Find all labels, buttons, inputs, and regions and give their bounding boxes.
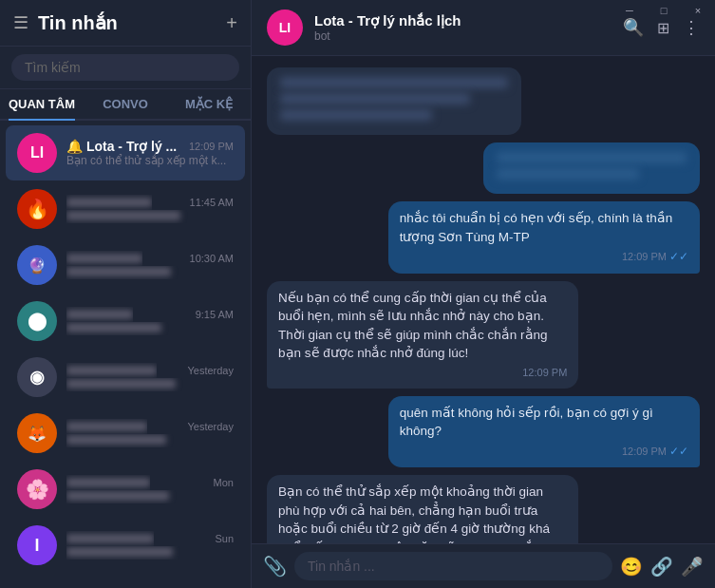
avatar-4: ⬤ (17, 301, 57, 341)
contact-name-5 (66, 363, 157, 378)
tab-convo[interactable]: CONVO (84, 89, 167, 119)
window-controls: ─ □ × (612, 0, 715, 21)
messages-area: nhắc tôi chuẩn bị có hẹn với sếp, chính … (252, 56, 715, 543)
hamburger-icon[interactable]: ☰ (13, 12, 28, 33)
contact-item-8[interactable]: I Sun (6, 518, 245, 573)
contact-name-8 (66, 531, 154, 546)
avatar-2: 🔥 (17, 189, 57, 229)
chat-input-bar: 📎 😊 🔗 🎤 (252, 543, 715, 588)
contact-name-3 (66, 251, 142, 266)
bubble-msg5: Bạn có thể thử sắp xếp một khoảng thời g… (267, 475, 578, 543)
attach-icon[interactable]: 📎 (263, 555, 287, 578)
close-button[interactable]: × (681, 0, 715, 21)
avatar-7: 🌸 (17, 469, 57, 509)
contact-time-8: Sun (215, 533, 234, 544)
bubble-time-msg3: 12:09 PM (278, 366, 567, 381)
message-row-msg4: quên mất không hỏi sếp rồi, bạn có gợi ý… (267, 396, 700, 468)
bubble-blurred (267, 67, 521, 135)
contact-item-lota[interactable]: LI 🔔 Lota - Trợ lý ... 12:09 PM Bạn có t… (6, 125, 245, 180)
bubble-time-msg2: 12:09 PM ✓✓ (400, 249, 688, 265)
contact-name-4 (66, 307, 133, 322)
contact-item-7[interactable]: 🌸 Mon (6, 462, 245, 517)
chat-header-name: Lota - Trợ lý nhắc lịch (314, 12, 612, 29)
contact-time-6: Yesterday (187, 421, 234, 432)
contact-preview-8 (66, 546, 234, 560)
sidebar: ☰ Tin nhắn + QUAN TÂM CONVO MẶC KỆ LI (0, 0, 252, 588)
contact-preview-5 (66, 378, 234, 391)
chat-area: LI Lota - Trợ lý nhắc lịch bot 🔍 ⊞ ⋮ (252, 0, 715, 588)
message-row-msg3: Nếu bạn có thể cung cấp thời gian cụ thể… (267, 281, 700, 389)
avatar-8: I (17, 525, 57, 565)
contact-info-4: 9:15 AM (66, 307, 234, 335)
new-message-button[interactable]: + (226, 12, 237, 34)
bubble-msg2: nhắc tôi chuẩn bị có hẹn với sếp, chính … (388, 201, 700, 274)
contact-info-7: Mon (66, 475, 234, 503)
message-row-msg5: Bạn có thể thử sắp xếp một khoảng thời g… (267, 475, 700, 543)
contact-info-8: Sun (66, 531, 234, 560)
bubble-time-msg4: 12:09 PM ✓✓ (400, 444, 688, 460)
search-input[interactable] (11, 54, 239, 81)
contact-preview-3 (66, 266, 234, 279)
contact-item-5[interactable]: ◉ Yesterday (6, 350, 245, 405)
mic-icon[interactable]: 🎤 (681, 556, 704, 578)
contact-name-2 (66, 195, 152, 210)
avatar-5: ◉ (17, 357, 57, 397)
chat-header-info: Lota - Trợ lý nhắc lịch bot (314, 12, 612, 43)
contact-time-7: Mon (214, 477, 234, 488)
emoji-icon[interactable]: 😊 (620, 556, 643, 578)
contact-preview-6 (66, 434, 234, 447)
sidebar-header: ☰ Tin nhắn + (0, 0, 251, 47)
contact-time-4: 9:15 AM (196, 309, 234, 320)
contact-info-2: 11:45 AM (66, 195, 234, 223)
minimize-button[interactable]: ─ (612, 0, 647, 21)
tab-quan-tam[interactable]: QUAN TÂM (0, 89, 84, 119)
contact-item-2[interactable]: 🔥 11:45 AM (6, 181, 245, 237)
message-row-blurred (267, 67, 700, 135)
chat-header-avatar: LI (267, 9, 303, 46)
avatar-3: 🔮 (17, 245, 57, 285)
contact-time-lota: 12:09 PM (189, 141, 234, 152)
contact-item-3[interactable]: 🔮 10:30 AM (6, 237, 245, 293)
contact-time-5: Yesterday (187, 365, 234, 376)
message-input[interactable] (294, 552, 612, 580)
link-icon[interactable]: 🔗 (650, 556, 673, 578)
contact-info-3: 10:30 AM (66, 251, 234, 279)
read-check-icon: ✓✓ (669, 249, 688, 265)
chat-header-bot: bot (314, 29, 612, 43)
contact-preview-lota: Bạn có thể thử sắp xếp một k... (66, 154, 234, 167)
contact-info-6: Yesterday (66, 419, 234, 447)
search-bar (0, 47, 251, 89)
contact-list: LI 🔔 Lota - Trợ lý ... 12:09 PM Bạn có t… (0, 121, 251, 588)
contact-info-lota: 🔔 Lota - Trợ lý ... 12:09 PM Bạn có thể … (66, 139, 234, 167)
maximize-button[interactable]: □ (647, 0, 681, 21)
contact-time-2: 11:45 AM (190, 197, 234, 208)
bubble-msg3: Nếu bạn có thể cung cấp thời gian cụ thể… (267, 281, 578, 389)
avatar-lota: LI (17, 133, 57, 173)
message-row-blurred-out (267, 142, 700, 194)
sidebar-title: Tin nhắn (38, 11, 216, 34)
read-check-icon-2: ✓✓ (669, 444, 688, 460)
contact-preview-4 (66, 322, 234, 335)
contact-item-6[interactable]: 🦊 Yesterday (6, 406, 245, 461)
contact-name-6 (66, 419, 147, 434)
panel-icon[interactable]: ⊞ (657, 19, 669, 37)
message-row-msg2: nhắc tôi chuẩn bị có hẹn với sếp, chính … (267, 201, 700, 274)
contact-preview-7 (66, 490, 234, 503)
bubble-msg4: quên mất không hỏi sếp rồi, bạn có gợi ý… (388, 396, 700, 468)
contact-name-7 (66, 475, 150, 490)
contact-preview-2 (66, 210, 234, 223)
avatar-6: 🦊 (17, 413, 57, 453)
app-container: ☰ Tin nhắn + QUAN TÂM CONVO MẶC KỆ LI (0, 0, 715, 588)
contact-time-3: 10:30 AM (190, 253, 234, 264)
contact-info-5: Yesterday (66, 363, 234, 391)
contact-name-lota: 🔔 Lota - Trợ lý ... (66, 139, 177, 154)
contact-item-4[interactable]: ⬤ 9:15 AM (6, 294, 245, 349)
tab-mac-ke[interactable]: MẶC KỆ (167, 89, 251, 119)
tabs-row: QUAN TÂM CONVO MẶC KỆ (0, 89, 251, 121)
bubble-blurred-out (483, 142, 700, 194)
